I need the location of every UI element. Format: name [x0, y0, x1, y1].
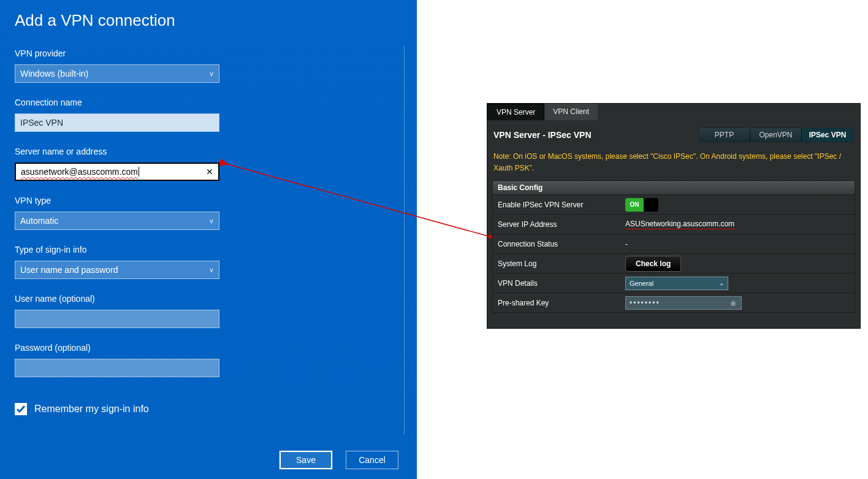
server-address-input[interactable]: asusnetwork@asuscomm.com ✕	[15, 163, 219, 181]
tab-vpn-server[interactable]: VPN Server	[487, 104, 544, 120]
chevron-down-icon: ∨	[209, 70, 214, 78]
label-enable: Enable IPSec VPN Server	[493, 201, 622, 209]
connection-name-value: IPSec VPN	[20, 118, 63, 128]
psk-value: ••••••••	[630, 299, 660, 307]
vpn-provider-label: VPN provider	[15, 48, 402, 58]
router-panel: VPN Server VPN Client VPN Server - IPSec…	[487, 103, 861, 329]
row-server-ip: Server IP Address ASUSnetworking.asuscom…	[492, 215, 855, 234]
label-connection-status: Connection Status	[493, 240, 622, 248]
username-input[interactable]	[15, 310, 219, 328]
connection-name-input[interactable]: IPSec VPN	[15, 113, 219, 132]
vpn-type-label: VPN type	[15, 196, 402, 205]
section-basic-config: Basic Config	[492, 180, 855, 195]
signin-type-value: User name and password	[20, 265, 118, 275]
chevron-down-icon: ⌄	[719, 280, 724, 286]
panel-divider	[404, 45, 405, 435]
signin-type-select[interactable]: User name and password ∨	[15, 261, 219, 279]
check-log-button[interactable]: Check log	[625, 256, 681, 272]
router-title: VPN Server - IPSec VPN	[493, 130, 592, 140]
windows-vpn-panel: Add a VPN connection VPN provider Window…	[0, 0, 417, 479]
vpn-provider-select[interactable]: Windows (built-in) ∨	[15, 64, 219, 83]
row-connection-status: Connection Status -	[492, 234, 855, 254]
password-label: Password (optional)	[15, 343, 402, 353]
label-psk: Pre-shared Key	[493, 299, 622, 307]
row-enable: Enable IPSec VPN Server ON	[492, 195, 855, 215]
row-system-log: System Log Check log	[492, 254, 855, 274]
router-note: Note: On iOS or MacOS systems, please se…	[492, 151, 855, 180]
value-connection-status: -	[622, 240, 855, 248]
check-icon	[16, 404, 26, 414]
save-button[interactable]: Save	[280, 451, 332, 469]
label-server-ip: Server IP Address	[493, 220, 622, 229]
router-body: VPN Server - IPSec VPN PPTP OpenVPN IPSe…	[487, 120, 860, 318]
signin-type-group: Type of sign-in info User name and passw…	[15, 245, 402, 279]
username-group: User name (optional)	[15, 294, 402, 328]
mode-openvpn[interactable]: OpenVPN	[750, 128, 802, 142]
server-address-label: Server name or address	[15, 147, 402, 156]
connection-name-label: Connection name	[15, 98, 402, 107]
vpn-details-dropdown[interactable]: General ⌄	[625, 277, 728, 290]
connection-name-group: Connection name IPSec VPN	[15, 98, 402, 132]
server-address-value: asusnetwork@asuscomm.com	[21, 167, 139, 177]
label-vpn-details: VPN Details	[493, 279, 622, 288]
eye-icon[interactable]: ◉	[730, 299, 737, 307]
signin-type-label: Type of sign-in info	[15, 245, 402, 255]
router-tabs: VPN Server VPN Client	[487, 104, 860, 120]
username-label: User name (optional)	[15, 294, 402, 304]
remember-checkbox[interactable]	[15, 403, 27, 415]
mode-pptp[interactable]: PPTP	[699, 128, 750, 142]
value-server-ip: ASUSnetworking.asuscomm.com	[625, 220, 734, 229]
vpn-details-value: General	[630, 280, 653, 287]
vpn-type-select[interactable]: Automatic ∨	[15, 212, 219, 230]
button-row: Save Cancel	[280, 451, 398, 469]
chevron-down-icon: ∨	[209, 217, 214, 225]
enable-toggle[interactable]: ON	[625, 198, 658, 212]
toggle-on-label: ON	[625, 198, 644, 212]
vpn-type-value: Automatic	[20, 216, 58, 226]
tab-vpn-client[interactable]: VPN Client	[544, 104, 598, 120]
vpn-type-group: VPN type Automatic ∨	[15, 196, 402, 230]
psk-input[interactable]: •••••••• ◉	[625, 296, 742, 310]
server-address-group: Server name or address asusnetwork@asusc…	[15, 147, 402, 181]
clear-input-icon[interactable]: ✕	[206, 167, 213, 177]
router-mode-switch: PPTP OpenVPN IPSec VPN	[698, 128, 854, 142]
row-psk: Pre-shared Key •••••••• ◉	[492, 293, 855, 313]
remember-row: Remember my sign-in info	[15, 403, 402, 415]
mode-ipsec[interactable]: IPSec VPN	[802, 128, 853, 142]
chevron-down-icon: ∨	[209, 266, 214, 274]
vpn-provider-group: VPN provider Windows (built-in) ∨	[15, 48, 402, 83]
cancel-button[interactable]: Cancel	[346, 451, 398, 469]
password-input[interactable]	[15, 359, 219, 377]
remember-label: Remember my sign-in info	[34, 404, 149, 415]
row-vpn-details: VPN Details General ⌄	[492, 274, 855, 293]
vpn-provider-value: Windows (built-in)	[20, 69, 88, 79]
router-head: VPN Server - IPSec VPN PPTP OpenVPN IPSe…	[492, 128, 855, 142]
label-system-log: System Log	[493, 259, 622, 268]
password-group: Password (optional)	[15, 343, 402, 377]
page-title: Add a VPN connection	[15, 11, 402, 30]
